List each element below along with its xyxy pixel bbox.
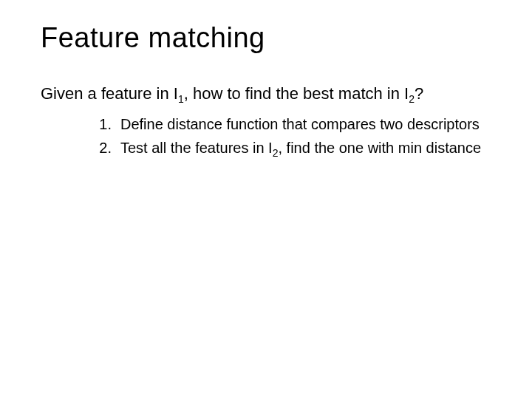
item-text: Define distance function that compares t…	[120, 115, 495, 134]
intro-part2: , how to find the best match in I	[184, 84, 409, 103]
item-text-pre: Test all the features in I	[120, 140, 273, 156]
intro-text: Given a feature in I1, how to find the b…	[41, 83, 495, 104]
item-text: Test all the features in I2, find the on…	[120, 138, 495, 157]
item-number: 1.	[92, 115, 112, 134]
steps-list: 1. Define distance function that compare…	[41, 115, 495, 157]
slide-title: Feature matching	[41, 22, 495, 54]
item-number: 2.	[92, 138, 112, 157]
intro-part3: ?	[415, 84, 423, 103]
list-item: 1. Define distance function that compare…	[92, 115, 495, 134]
intro-part1: Given a feature in I	[41, 84, 178, 103]
intro-sub1: 1	[178, 93, 184, 105]
slide: Feature matching Given a feature in I1, …	[0, 0, 532, 399]
intro-sub2: 2	[409, 93, 415, 105]
list-item: 2. Test all the features in I2, find the…	[92, 138, 495, 157]
item-text-post: , find the one with min distance	[278, 140, 481, 156]
